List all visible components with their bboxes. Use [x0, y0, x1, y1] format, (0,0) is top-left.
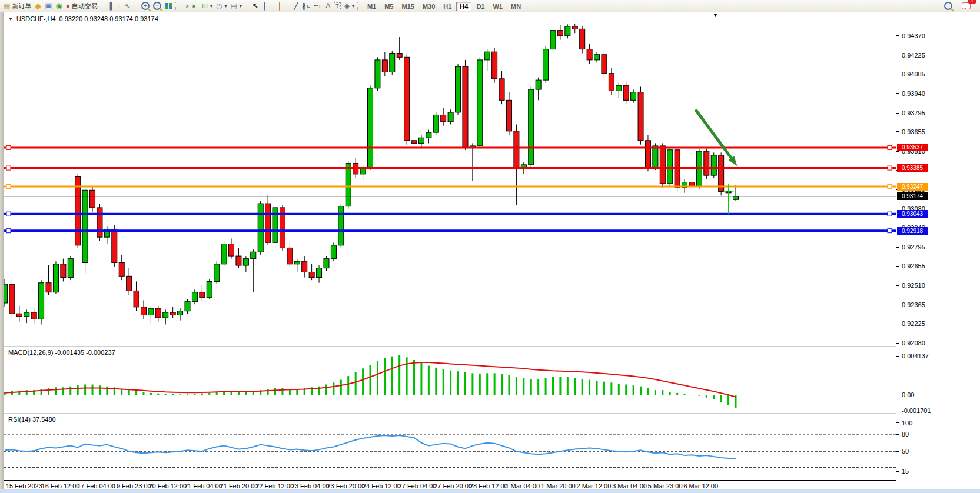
chart-shift-button[interactable]: ⇤	[191, 1, 200, 11]
bull-candle	[448, 112, 453, 122]
notification-badge: 1	[968, 0, 976, 4]
timeframe-button-d1[interactable]: D1	[473, 2, 488, 11]
macd-axis-label: 0.004137	[902, 352, 929, 359]
line-chart-icon: ∿	[125, 2, 131, 9]
templates-button[interactable]: ▤▾	[229, 1, 244, 11]
line-handle[interactable]	[6, 145, 11, 149]
macd-bar	[325, 384, 327, 395]
line-handle[interactable]	[6, 212, 11, 216]
price-tick	[896, 93, 899, 94]
line-handle[interactable]	[888, 185, 892, 189]
candlestick-button[interactable]: ⌶	[115, 1, 123, 11]
search-button[interactable]	[942, 1, 954, 11]
terminal-button[interactable]: ▣	[43, 1, 54, 11]
timeframe-button-mn[interactable]: MN	[507, 2, 524, 11]
macd-axis-tick	[896, 395, 899, 395]
line-handle[interactable]	[6, 166, 11, 170]
bear-candle	[97, 208, 102, 237]
label-tool-button[interactable]: T	[332, 1, 343, 11]
candlestick-chart[interactable]	[4, 13, 896, 346]
bull-candle	[375, 60, 380, 88]
macd-chart[interactable]	[4, 347, 896, 413]
time-axis[interactable]: 15 Feb 202316 Feb 12:0017 Feb 04:0019 Fe…	[4, 480, 896, 489]
notifications-button[interactable]: 1	[960, 1, 972, 11]
bull-candle	[324, 259, 329, 268]
price-tick-label: 0.92795	[902, 244, 925, 251]
line-handle[interactable]	[888, 212, 892, 216]
market-watch-button[interactable]: ◆	[33, 1, 43, 11]
macd-label: MACD(12,26,9) -0.001435 -0.000237	[8, 349, 115, 356]
price-tick	[896, 35, 899, 36]
macd-bar	[589, 380, 590, 395]
macd-bar	[121, 389, 122, 395]
chart-collapse-icon[interactable]: ▼	[8, 16, 13, 22]
macd-bar	[377, 361, 378, 395]
indicators-icon: ⊞	[202, 2, 208, 9]
timeframe-button-w1[interactable]: W1	[489, 2, 506, 11]
macd-bar	[165, 394, 167, 395]
bull-candle	[390, 53, 395, 72]
bull-candle	[477, 60, 483, 146]
tile-windows-icon	[165, 3, 172, 9]
bear-candle	[587, 49, 592, 60]
bull-candle	[317, 268, 322, 278]
rsi-axis-tick	[896, 451, 899, 452]
price-tick	[896, 247, 899, 248]
line-handle[interactable]	[6, 185, 11, 189]
cursor-tool-button[interactable]: ↖	[251, 1, 260, 11]
timeframe-button-h1[interactable]: H1	[440, 2, 455, 11]
macd-pane[interactable]: MACD(12,26,9) -0.001435 -0.000237	[4, 347, 896, 413]
macd-bar	[77, 385, 79, 395]
zoom-in-button[interactable]: +	[139, 1, 151, 11]
template-icon: ▤	[231, 2, 237, 9]
rsi-pane[interactable]: RSI(14) 37.5480	[4, 414, 896, 480]
scroll-anchor-icon[interactable]: ▼	[713, 12, 718, 18]
auto-scroll-button[interactable]: ⇥	[181, 1, 191, 11]
indicators-button[interactable]: ⊞▾	[200, 1, 214, 11]
channel-tool-button[interactable]: ∦E	[300, 1, 312, 11]
macd-bar	[610, 382, 612, 395]
crosshair-tool-button[interactable]: ┼	[260, 1, 269, 11]
vertical-line-tool-button[interactable]: │	[275, 1, 284, 11]
price-tick-label: 0.92225	[902, 320, 925, 327]
macd-bar	[406, 357, 408, 395]
current-price-tag: 0.93174	[897, 192, 928, 200]
bar-chart-button[interactable]: ╫	[107, 1, 115, 11]
line-handle[interactable]	[888, 145, 892, 149]
line-chart-button[interactable]: ∿	[123, 1, 132, 11]
rsi-chart[interactable]	[4, 414, 896, 480]
signals-button[interactable]: ◉	[54, 1, 64, 11]
trendline-tool-button[interactable]: ╱	[292, 1, 300, 11]
line-handle[interactable]	[888, 166, 892, 170]
line-handle[interactable]	[888, 229, 892, 233]
macd-bar	[669, 392, 671, 395]
text-tool-button[interactable]: A	[324, 1, 332, 11]
macd-bar	[384, 358, 386, 395]
bull-candle	[338, 206, 344, 245]
timeframe-button-m15[interactable]: M15	[398, 2, 417, 11]
terminal-icon: ▣	[45, 2, 52, 9]
zoom-out-button[interactable]: −	[151, 1, 163, 11]
shapes-tool-button[interactable]: ◈▾	[343, 1, 356, 11]
rsi-axis-label: 50	[902, 448, 909, 455]
line-handle[interactable]	[6, 229, 11, 233]
macd-bar	[582, 379, 583, 395]
bull-candle	[631, 92, 636, 101]
tile-windows-button[interactable]	[163, 1, 174, 11]
timeframe-button-m30[interactable]: M30	[419, 2, 438, 11]
bull-candle	[543, 49, 549, 80]
auto-trading-button[interactable]: ● 自动交易	[64, 1, 99, 11]
price-axis[interactable]: 0.943700.942250.940850.939400.937950.936…	[896, 13, 980, 489]
bear-candle	[506, 100, 511, 131]
timeframe-button-m5[interactable]: M5	[381, 2, 397, 11]
timeframe-button-m1[interactable]: M1	[364, 2, 380, 11]
bear-candle	[514, 131, 519, 168]
timeframe-button-h4[interactable]: H4	[456, 2, 471, 11]
price-chart-pane[interactable]: ▼ USDCHF-,H4 0.93220 0.93248 0.93174 0.9…	[4, 13, 896, 346]
new-order-button[interactable]: ▦ 新订单	[2, 1, 33, 11]
periods-button[interactable]: ◷▾	[214, 1, 229, 11]
price-tick-label: 0.92510	[902, 282, 925, 289]
fibonacci-tool-button[interactable]: ┄F	[312, 1, 324, 11]
mt4-window: ▦ 新订单 ◆ ▣ ◉ ● 自动交易 ╫ ⌶ ∿ + − ⇥ ⇤ ⊞▾ ◷▾ ▤…	[0, 0, 980, 493]
horizontal-line-tool-button[interactable]: ─	[284, 1, 293, 11]
